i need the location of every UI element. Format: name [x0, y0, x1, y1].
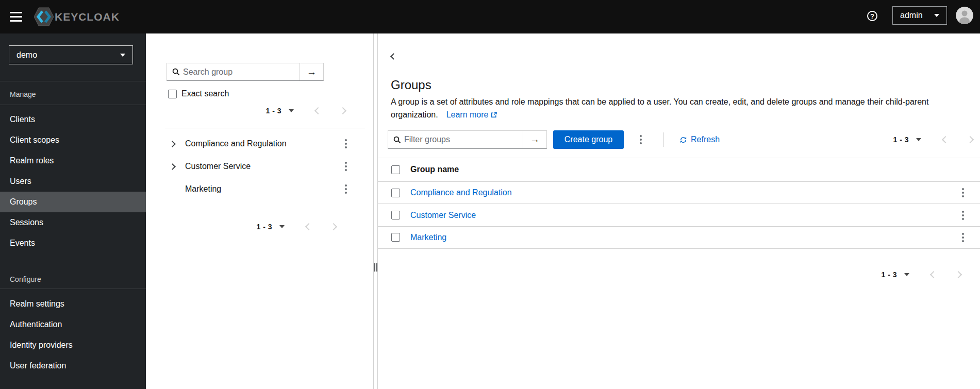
groups-table-header: Group name — [378, 158, 980, 182]
sidebar-item-user-federation[interactable]: User federation — [0, 356, 146, 376]
sidebar-item-identity-providers[interactable]: Identity providers — [0, 335, 146, 356]
filter-groups-box: → — [388, 130, 547, 149]
nav-toggle-hamburger-icon[interactable] — [10, 12, 22, 22]
filter-submit-button[interactable]: → — [523, 131, 546, 148]
tree-divider — [165, 128, 365, 128]
sidebar-divider — [0, 289, 146, 289]
refresh-label: Refresh — [691, 135, 720, 144]
panel-split-line — [373, 33, 374, 389]
group-link[interactable]: Customer Service — [410, 211, 476, 220]
row-checkbox[interactable] — [391, 233, 400, 242]
pagination-options-caret-icon[interactable] — [289, 109, 294, 112]
realm-selector-value: demo — [16, 50, 37, 60]
previous-page-icon[interactable] — [930, 271, 937, 278]
refresh-button[interactable]: Refresh — [679, 130, 720, 149]
pagination-options-caret-icon[interactable] — [279, 225, 285, 228]
group-link[interactable]: Compliance and Regulation — [410, 188, 512, 197]
table-row: Customer Service — [378, 204, 980, 226]
expand-chevron-icon[interactable] — [169, 141, 176, 147]
group-name-label: Marketing — [185, 184, 221, 194]
sidebar-item-authentication[interactable]: Authentication — [0, 314, 146, 335]
next-page-icon[interactable] — [339, 107, 346, 114]
sidebar-item-events[interactable]: Events — [0, 233, 146, 253]
table-pagination-bottom: 1 - 3 — [881, 265, 961, 284]
table-pagination-top: 1 - 3 — [893, 130, 973, 149]
pagination-range[interactable]: 1 - 3 — [265, 107, 281, 115]
table-row: Marketing — [378, 227, 980, 249]
sidebar: demo Manage ClientsClient scopesRealm ro… — [0, 33, 146, 389]
groups-table-body: Compliance and RegulationCustomer Servic… — [378, 182, 980, 249]
next-page-icon[interactable] — [967, 136, 974, 143]
search-submit-button[interactable]: → — [300, 63, 323, 80]
sidebar-section-manage-label: Manage — [10, 89, 36, 99]
previous-page-icon[interactable] — [314, 107, 322, 114]
exact-search-label: Exact search — [181, 89, 229, 98]
pagination-options-caret-icon[interactable] — [904, 273, 909, 276]
group-link[interactable]: Marketing — [410, 233, 446, 242]
realm-selector[interactable]: demo — [9, 45, 133, 64]
toolbar-separator — [663, 132, 664, 147]
table-row: Compliance and Regulation — [378, 182, 980, 204]
page-description: A group is a set of attributes and role … — [391, 95, 966, 121]
filter-groups-input[interactable] — [401, 135, 523, 144]
sidebar-divider — [0, 81, 146, 81]
groups-main-panel: Groups A group is a set of attributes an… — [377, 33, 980, 389]
keycloak-logo: KEYCLOAK — [34, 6, 120, 27]
help-icon[interactable]: ? — [867, 11, 877, 21]
expand-chevron-icon[interactable] — [169, 163, 176, 170]
pagination-options-caret-icon[interactable] — [916, 138, 921, 141]
sidebar-item-realm-roles[interactable]: Realm roles — [0, 150, 146, 171]
sidebar-section-configure-label: Configure — [10, 274, 41, 284]
group-search-input[interactable] — [180, 67, 300, 77]
user-menu-dropdown[interactable]: admin — [892, 6, 947, 25]
collapse-drawer-button[interactable] — [389, 49, 398, 63]
group-name-label: Customer Service — [185, 162, 251, 171]
sidebar-item-sessions[interactable]: Sessions — [0, 212, 146, 233]
kebab-menu-icon[interactable] — [640, 134, 642, 145]
group-tree-list: Compliance and RegulationCustomer Servic… — [146, 132, 373, 200]
group-name-label: Compliance and Regulation — [185, 139, 287, 148]
next-page-icon[interactable] — [955, 271, 962, 278]
kebab-menu-icon[interactable] — [962, 188, 964, 198]
keycloak-admin-console: { "topbar": { "brand_text": "KEYCLOAK", … — [0, 0, 980, 389]
kebab-menu-icon[interactable] — [962, 232, 964, 243]
select-all-checkbox[interactable] — [391, 165, 400, 174]
avatar[interactable] — [956, 7, 973, 24]
topbar: KEYCLOAK ? admin — [0, 0, 980, 33]
pagination-range[interactable]: 1 - 3 — [893, 136, 909, 144]
pagination-range[interactable]: 1 - 3 — [881, 270, 897, 279]
angle-left-icon — [390, 53, 397, 60]
next-page-icon[interactable] — [330, 223, 337, 230]
sidebar-item-groups[interactable]: Groups — [0, 192, 146, 212]
tree-pagination-top: 1 - 3 — [265, 102, 345, 120]
toolbar-kebab-container — [640, 130, 642, 149]
row-checkbox[interactable] — [391, 211, 400, 219]
kebab-menu-icon[interactable] — [345, 139, 347, 149]
row-checkbox[interactable] — [391, 189, 400, 197]
brand-text: KEYCLOAK — [55, 11, 120, 23]
previous-page-icon[interactable] — [305, 223, 312, 230]
group-tree-item[interactable]: Customer Service — [146, 155, 373, 178]
sidebar-item-client-scopes[interactable]: Client scopes — [0, 130, 146, 150]
group-tree-panel: → Exact search 1 - 3 Compliance and Regu… — [146, 33, 373, 389]
exact-search-checkbox[interactable] — [168, 90, 177, 98]
pagination-range[interactable]: 1 - 3 — [256, 223, 272, 231]
tree-pagination-bottom: 1 - 3 — [256, 217, 336, 236]
search-icon — [172, 68, 180, 76]
learn-more-link[interactable]: Learn more — [446, 110, 497, 119]
column-header-group-name: Group name — [410, 165, 459, 174]
kebab-menu-icon[interactable] — [962, 210, 964, 221]
group-tree-item[interactable]: Compliance and Regulation — [146, 132, 373, 155]
sidebar-item-users[interactable]: Users — [0, 171, 146, 192]
sidebar-item-clients[interactable]: Clients — [0, 109, 146, 130]
sidebar-section-list-0: ClientsClient scopesRealm rolesUsersGrou… — [0, 109, 146, 253]
kebab-menu-icon[interactable] — [345, 161, 347, 172]
learn-more-label: Learn more — [446, 110, 489, 119]
create-group-button[interactable]: Create group — [553, 130, 624, 149]
kebab-menu-icon[interactable] — [345, 184, 347, 195]
previous-page-icon[interactable] — [942, 136, 949, 143]
group-tree-item[interactable]: Marketing — [146, 178, 373, 200]
external-link-icon — [491, 112, 497, 118]
keycloak-logo-icon — [34, 6, 54, 27]
sidebar-item-realm-settings[interactable]: Realm settings — [0, 294, 146, 314]
